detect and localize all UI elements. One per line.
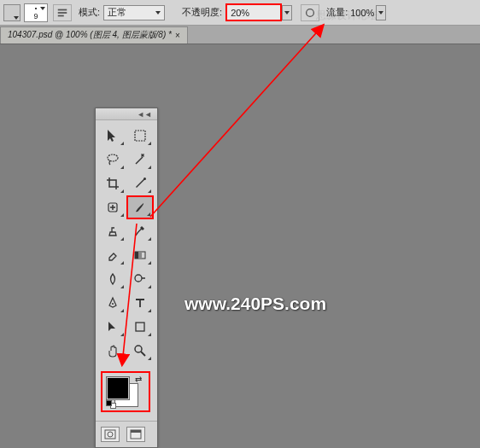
opacity-input[interactable]: 20% — [225, 3, 282, 21]
close-tab-icon[interactable]: × — [175, 31, 180, 40]
opacity-label: 不透明度: — [182, 6, 222, 19]
eraser-tool[interactable] — [99, 243, 126, 267]
clone-stamp-tool[interactable] — [99, 219, 126, 243]
blend-mode-select[interactable]: 正常 — [103, 5, 165, 20]
annotation-overlay — [0, 0, 480, 448]
watermark-forum: 思缘设计论坛 — [316, 9, 378, 23]
swap-colors-icon[interactable]: ⇄ — [135, 375, 142, 384]
zoom-tool[interactable] — [126, 339, 154, 363]
lasso-tool[interactable] — [99, 148, 126, 172]
dodge-tool[interactable] — [126, 267, 154, 291]
svg-point-16 — [108, 432, 113, 437]
tool-preset-picker[interactable] — [3, 4, 20, 21]
svg-rect-4 — [135, 131, 145, 141]
svg-line-19 — [150, 26, 323, 217]
opacity-value: 20% — [231, 8, 249, 18]
svg-rect-9 — [135, 252, 138, 259]
svg-point-12 — [112, 303, 114, 305]
blend-mode-value: 正常 — [108, 6, 126, 19]
svg-rect-18 — [131, 430, 141, 433]
hand-tool[interactable] — [99, 339, 126, 363]
svg-rect-1 — [58, 12, 67, 14]
path-selection-tool[interactable] — [99, 315, 126, 339]
color-swatch-highlight: ⇄ — [101, 371, 150, 412]
watermark-text: www.240PS.com — [184, 294, 326, 314]
healing-brush-tool[interactable] — [99, 195, 126, 219]
svg-point-5 — [108, 154, 118, 161]
pen-tool[interactable] — [99, 291, 126, 315]
blur-tool[interactable] — [99, 267, 126, 291]
tools-grid — [96, 120, 157, 366]
history-brush-tool[interactable] — [126, 219, 154, 243]
svg-rect-2 — [58, 15, 64, 16]
screen-mode-toggle[interactable] — [126, 427, 145, 442]
crop-tool[interactable] — [99, 172, 126, 195]
brush-panel-toggle[interactable] — [53, 4, 72, 21]
screen-mode-row — [96, 421, 157, 447]
document-tab-bar: 104307.psd @ 100% (图层 4, 图层蒙版/8) * × — [0, 26, 480, 44]
color-swatch-area: ⇄ — [96, 366, 157, 416]
opacity-dropdown[interactable] — [282, 5, 292, 20]
svg-point-14 — [135, 346, 142, 352]
svg-point-6 — [143, 177, 146, 180]
default-colors-icon[interactable] — [106, 400, 116, 409]
document-tab-title: 104307.psd @ 100% (图层 4, 图层蒙版/8) * — [8, 29, 172, 41]
svg-rect-13 — [136, 323, 144, 331]
brush-preset-picker[interactable]: 9 — [24, 3, 48, 22]
brush-dot-icon — [35, 8, 37, 9]
marquee-tool[interactable] — [126, 124, 154, 148]
eyedropper-tool[interactable] — [126, 172, 154, 195]
move-tool[interactable] — [99, 124, 126, 148]
magic-wand-tool[interactable] — [126, 148, 154, 172]
svg-point-11 — [135, 275, 142, 282]
svg-rect-0 — [58, 9, 67, 10]
svg-rect-10 — [138, 252, 142, 259]
gradient-tool[interactable] — [126, 243, 154, 267]
blend-mode-label: 模式: — [79, 6, 100, 19]
foreground-color[interactable] — [106, 376, 130, 400]
svg-point-3 — [307, 9, 314, 16]
flow-dropdown[interactable] — [376, 5, 386, 20]
tools-panel-header[interactable]: ◄◄ — [96, 108, 157, 120]
tools-panel: ◄◄ ⇄ — [95, 108, 158, 448]
collapse-icon: ◄◄ — [137, 110, 152, 119]
shape-tool[interactable] — [126, 315, 154, 339]
options-bar: 9 模式: 正常 不透明度: 20% 流量: 100% — [0, 0, 480, 26]
brush-size-value: 9 — [33, 12, 38, 20]
type-tool[interactable] — [126, 291, 154, 315]
foreground-background-swatch[interactable]: ⇄ — [106, 376, 138, 407]
document-tab[interactable]: 104307.psd @ 100% (图层 4, 图层蒙版/8) * × — [0, 26, 188, 44]
quickmask-toggle[interactable] — [101, 427, 120, 442]
brush-tool[interactable] — [126, 195, 154, 219]
